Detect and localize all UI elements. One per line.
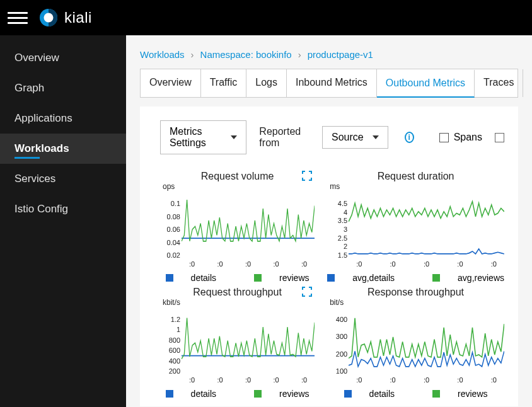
chart-legend: avg,detailsavg,reviews <box>327 273 504 283</box>
chart-title: Response throughput <box>327 287 504 298</box>
legend-label: reviews <box>279 273 309 283</box>
tab-traffic[interactable]: Traffic <box>201 69 247 97</box>
chart-unit: ops <box>163 182 175 191</box>
info-icon[interactable]: i <box>405 132 414 143</box>
breadcrumb-item[interactable]: Namespace: bookinfo <box>200 49 292 60</box>
chart-response_throughput: Response throughputbit/s400300200100:0:0… <box>327 283 504 399</box>
chart-request_volume: Request volumeops0.10.080.060.040.02:0:0… <box>160 167 315 283</box>
tab-traces[interactable]: Traces <box>475 69 523 97</box>
x-axis-ticks: :0:0:0:0:0 <box>349 376 504 385</box>
chart-request_throughput: Request throughputkbit/s1.21800600400200… <box>160 283 315 399</box>
sidebar-item-graph[interactable]: Graph <box>0 73 126 103</box>
tab-envoy[interactable]: Envoy <box>523 69 532 97</box>
chart-title: Request volume <box>160 171 315 182</box>
checkbox-icon <box>495 133 504 142</box>
brand-logo[interactable]: kiali <box>38 7 92 28</box>
y-axis-ticks: 4.543.532.521.5 <box>327 200 347 259</box>
x-axis-ticks: :0:0:0:0:0 <box>349 260 504 269</box>
chart-plot <box>349 316 504 375</box>
legend-label: details <box>191 273 216 283</box>
secondary-checkbox[interactable] <box>495 133 504 142</box>
x-axis-ticks: :0:0:0:0:0 <box>182 376 315 385</box>
sidebar-item-applications[interactable]: Applications <box>0 103 126 134</box>
y-axis-ticks: 400300200100 <box>327 316 347 375</box>
kiali-logo-icon <box>38 7 59 28</box>
sidebar: OverviewGraphApplicationsWorkloadsServic… <box>0 35 126 407</box>
metrics-settings-select[interactable]: Metrics Settings <box>160 120 246 154</box>
sidebar-item-workloads[interactable]: Workloads <box>0 134 126 164</box>
brand-name: kiali <box>64 9 92 26</box>
chart-plot <box>182 200 315 259</box>
legend-label: details <box>191 389 216 399</box>
reported-from-value: Source <box>332 132 364 143</box>
chart-request_duration: Request durationms4.543.532.521.5:0:0:0:… <box>327 167 504 283</box>
legend-label: reviews <box>458 389 487 399</box>
y-axis-ticks: 1.21800600400200 <box>160 316 180 375</box>
svg-point-3 <box>44 13 54 23</box>
legend-label: reviews <box>279 389 309 399</box>
chart-unit: kbit/s <box>163 298 180 307</box>
expand-icon[interactable] <box>302 287 312 297</box>
expand-icon[interactable] <box>302 171 312 181</box>
breadcrumb-item[interactable]: Workloads <box>140 49 185 60</box>
chart-unit: ms <box>330 182 340 191</box>
sidebar-item-istio-config[interactable]: Istio Config <box>0 194 126 224</box>
chart-plot <box>349 200 504 259</box>
metrics-settings-label: Metrics Settings <box>170 126 222 149</box>
tabs: OverviewTrafficLogsInbound MetricsOutbou… <box>140 69 518 98</box>
spans-label: Spans <box>454 132 482 143</box>
chart-unit: bit/s <box>330 298 344 307</box>
legend-label: avg,reviews <box>458 273 504 283</box>
checkbox-icon <box>439 133 449 142</box>
hamburger-menu[interactable] <box>8 8 28 28</box>
chevron-right-icon: › <box>298 49 301 60</box>
legend-label: avg,details <box>352 273 395 283</box>
chart-legend: detailsreviews <box>160 389 315 399</box>
chart-legend: detailsreviews <box>160 273 315 283</box>
sidebar-item-overview[interactable]: Overview <box>0 43 126 73</box>
chart-title: Request duration <box>327 171 504 182</box>
tab-outbound-metrics[interactable]: Outbound Metrics <box>377 70 475 98</box>
reported-from-label: Reported from <box>259 126 309 149</box>
legend-label: details <box>369 389 395 399</box>
sidebar-item-services[interactable]: Services <box>0 164 126 194</box>
chevron-right-icon: › <box>191 49 194 60</box>
x-axis-ticks: :0:0:0:0:0 <box>182 260 315 269</box>
reported-from-select[interactable]: Source <box>322 126 388 149</box>
breadcrumb-item[interactable]: productpage-v1 <box>308 49 373 60</box>
chart-title: Request throughput <box>160 287 315 298</box>
spans-checkbox[interactable]: Spans <box>439 132 482 143</box>
chart-plot <box>182 316 315 375</box>
breadcrumb: Workloads›Namespace: bookinfo›productpag… <box>126 35 532 69</box>
caret-down-icon <box>373 135 379 139</box>
tab-logs[interactable]: Logs <box>246 69 287 97</box>
y-axis-ticks: 0.10.080.060.040.02 <box>160 200 180 259</box>
tab-inbound-metrics[interactable]: Inbound Metrics <box>287 69 377 97</box>
chart-legend: detailsreviews <box>327 389 504 399</box>
tab-overview[interactable]: Overview <box>141 69 201 97</box>
caret-down-icon <box>231 135 237 139</box>
